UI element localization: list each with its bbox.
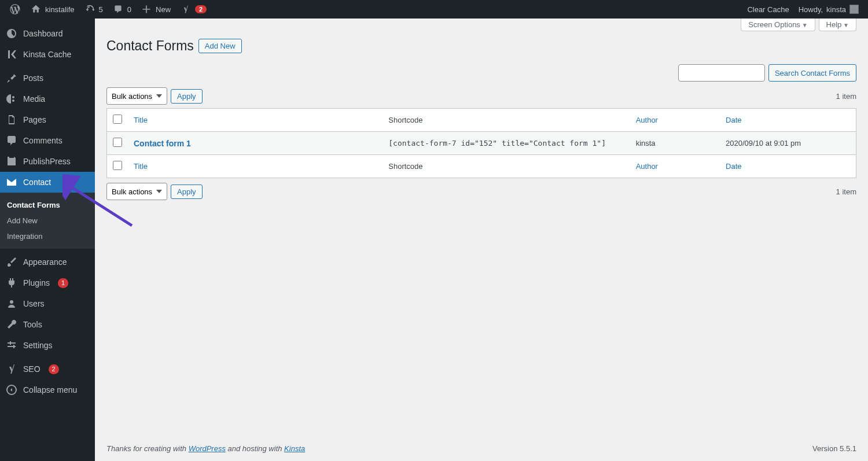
- new-label: New: [156, 5, 171, 14]
- site-name-link[interactable]: kinstalife: [25, 0, 79, 19]
- yoast-icon: [180, 3, 192, 15]
- howdy-prefix: Howdy,: [799, 5, 823, 14]
- updates-count: 5: [99, 5, 103, 14]
- wp-logo[interactable]: [5, 0, 25, 19]
- clear-cache-label: Clear Cache: [747, 5, 789, 14]
- adminbar-left: kinstalife 5 0 New 2: [5, 0, 211, 19]
- adminbar-right: Clear Cache Howdy, kinsta: [742, 0, 863, 19]
- avatar: [849, 5, 859, 14]
- comments-link[interactable]: 0: [108, 0, 136, 19]
- plus-icon: [141, 3, 152, 15]
- my-account-link[interactable]: Howdy, kinsta: [794, 0, 863, 19]
- admin-toolbar: kinstalife 5 0 New 2 C: [0, 0, 868, 19]
- comments-count: 0: [127, 5, 131, 14]
- comment-icon: [112, 3, 124, 15]
- new-content-link[interactable]: New: [136, 0, 175, 19]
- yoast-link[interactable]: 2: [175, 0, 211, 19]
- home-icon: [30, 3, 42, 15]
- username: kinsta: [826, 5, 846, 14]
- wordpress-icon: [9, 3, 21, 15]
- site-name-text: kinstalife: [45, 5, 75, 14]
- refresh-icon: [84, 3, 95, 15]
- clear-cache-link[interactable]: Clear Cache: [742, 0, 793, 19]
- yoast-badge: 2: [195, 5, 207, 13]
- updates-link[interactable]: 5: [79, 0, 108, 19]
